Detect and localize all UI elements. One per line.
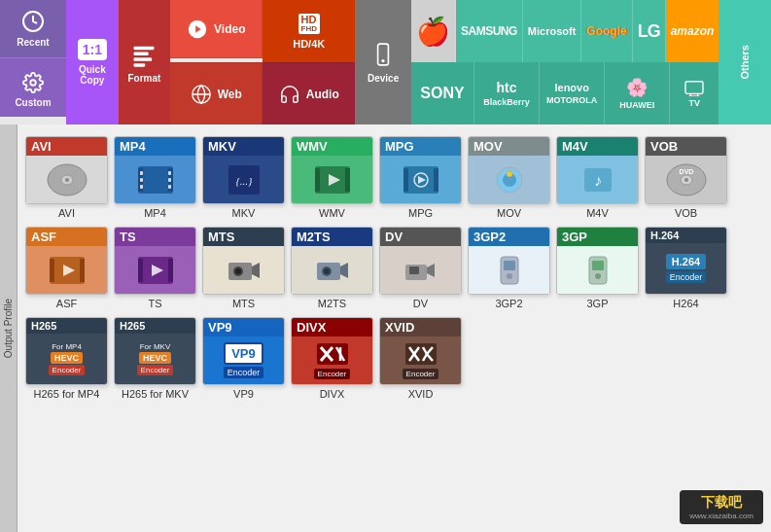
nav-video[interactable]: Video <box>170 0 263 58</box>
divx-icon <box>315 341 350 367</box>
m4v-badge: M4V <box>557 137 638 156</box>
motorola-text: MOTOROLA <box>546 95 597 105</box>
brand-huawei[interactable]: 🌸 HUAWEI <box>605 62 670 124</box>
vob-badge: VOB <box>646 137 726 156</box>
nav-device[interactable]: Device <box>355 0 411 124</box>
brand-amazon[interactable]: amazon <box>666 0 719 62</box>
brand-htc[interactable]: htc BlackBerry <box>474 62 540 124</box>
brand-apple[interactable]: 🍎 <box>411 0 456 62</box>
nav-hd[interactable]: HD FHD HD/4K <box>263 0 355 62</box>
asf-icon <box>48 255 87 286</box>
svg-point-71 <box>595 273 601 279</box>
format-item-dv[interactable]: DV DV <box>379 227 462 309</box>
nav-left-col: Recent Custom <box>0 0 66 124</box>
svg-rect-35 <box>434 168 438 192</box>
svg-rect-3 <box>134 52 149 55</box>
format-item-mov[interactable]: MOV MOV <box>468 136 550 219</box>
microsoft-text: Microsoft <box>528 25 577 37</box>
brand-tv[interactable]: TV <box>670 62 718 124</box>
others-label: Others <box>739 45 751 79</box>
lenovo-text: lenovo <box>554 82 588 93</box>
svg-rect-23 <box>140 185 143 189</box>
svg-rect-49 <box>80 259 85 282</box>
format-item-h265mp4[interactable]: H265 For MP4 HEVC Encoder H265 for MP4 <box>25 317 108 400</box>
mts-label: MTS <box>232 298 255 309</box>
blackberry-text: BlackBerry <box>483 97 530 107</box>
nav-custom[interactable]: Custom <box>0 58 66 117</box>
video-label: Video <box>214 22 245 36</box>
nav-media-col: Video HD FHD HD/4K Web Audio <box>170 0 355 124</box>
svg-rect-52 <box>138 259 143 282</box>
format-item-mpg[interactable]: MPG MPG <box>379 136 462 219</box>
huawei-text: HUAWEI <box>619 100 654 110</box>
brand-samsung[interactable]: SAMSUNG <box>456 0 523 62</box>
brand-row-bottom: SONY htc BlackBerry lenovo MOTOROLA 🌸 HU… <box>411 62 718 124</box>
m2ts-badge: M2TS <box>292 228 372 246</box>
format-item-vob[interactable]: VOB DVD VOB <box>645 136 727 219</box>
tv-text: TV <box>689 98 701 108</box>
h264-badge: H.264 <box>646 228 726 243</box>
nav-web[interactable]: Web <box>170 62 263 124</box>
output-profile-tab[interactable]: Output Profile <box>0 124 18 532</box>
brands-section: 🍎 SAMSUNG Microsoft Google LG amazon <box>411 0 718 124</box>
video-icon <box>187 18 208 40</box>
device-label: Device <box>368 73 399 84</box>
format-item-h264[interactable]: H.264 H.264 Encoder H264 <box>645 227 727 309</box>
format-item-h265mkv[interactable]: H265 For MKV HEVC Encoder H265 for MKV <box>114 317 196 400</box>
nav-quickcopy[interactable]: 1:1 Quick Copy <box>66 0 119 124</box>
nav-format[interactable]: Format <box>119 0 171 124</box>
dv-camera-icon <box>402 255 440 286</box>
nav-others[interactable]: Others <box>718 0 771 124</box>
3gp-badge: 3GP <box>557 228 638 246</box>
format-item-asf[interactable]: ASF ASF <box>25 227 108 309</box>
audio-label: Audio <box>306 88 339 101</box>
watermark: 下载吧 www.xiazaiba.com <box>680 490 763 524</box>
format-item-3gp2[interactable]: 3GP2 3GP2 <box>468 227 550 309</box>
divx-label: DIVX <box>320 388 345 400</box>
ts-badge: TS <box>115 228 195 246</box>
format-row-2: ASF ASF TS <box>25 227 763 309</box>
format-item-m2ts[interactable]: M2TS M2TS <box>291 227 373 309</box>
svg-marker-60 <box>340 263 348 278</box>
brand-lg[interactable]: LG <box>633 0 666 62</box>
mkv-matroska-icon: {...} <box>225 163 263 196</box>
format-item-mp4[interactable]: MP4 <box>114 136 196 219</box>
brand-google[interactable]: Google <box>581 0 632 62</box>
h265mp4-label: H265 for MP4 <box>34 388 100 400</box>
format-item-vp9[interactable]: VP9 VP9 Encoder VP9 <box>202 317 285 400</box>
ts-icon <box>136 255 175 286</box>
format-item-ts[interactable]: TS TS <box>114 227 196 309</box>
svg-rect-2 <box>134 46 155 50</box>
svg-text:DVD: DVD <box>679 168 693 175</box>
avi-label: AVI <box>58 207 75 219</box>
format-item-avi[interactable]: AVI AVI <box>25 136 108 219</box>
svg-rect-11 <box>685 82 703 94</box>
3gp2-phone-icon <box>495 255 524 286</box>
samsung-text: SAMSUNG <box>461 24 517 38</box>
web-icon <box>191 84 212 105</box>
format-item-xvid[interactable]: XVID Encoder XVID <box>379 317 462 400</box>
recent-label: Recent <box>17 37 49 48</box>
nav-audio[interactable]: Audio <box>263 62 355 124</box>
format-item-wmv[interactable]: WMV WMV <box>291 136 373 219</box>
xvid-icon <box>403 341 438 367</box>
format-item-3gp[interactable]: 3GP 3GP <box>556 227 639 309</box>
nav-recent[interactable]: Recent <box>0 0 66 58</box>
brand-lenovo[interactable]: lenovo MOTOROLA <box>540 62 605 124</box>
svg-point-45 <box>684 178 688 182</box>
asf-label: ASF <box>56 298 77 309</box>
format-row-1: AVI AVI MP4 <box>25 136 763 219</box>
brand-sony[interactable]: SONY <box>411 62 474 124</box>
mpg-filmstrip-icon <box>402 164 440 195</box>
nav-top-row: Video HD FHD HD/4K <box>170 0 355 62</box>
format-label: Format <box>127 73 160 84</box>
format-item-m4v[interactable]: M4V ♪ M4V <box>556 136 639 219</box>
svg-rect-77 <box>405 343 437 365</box>
mp4-label: MP4 <box>144 207 166 219</box>
format-item-mkv[interactable]: MKV {...} MKV <box>202 136 285 219</box>
format-item-mts[interactable]: MTS MTS <box>202 227 285 309</box>
format-item-divx[interactable]: DIVX Encoder DIVX <box>291 317 373 400</box>
brand-microsoft[interactable]: Microsoft <box>523 0 582 62</box>
svg-text:♪: ♪ <box>594 172 602 189</box>
3gp2-label: 3GP2 <box>495 298 522 309</box>
